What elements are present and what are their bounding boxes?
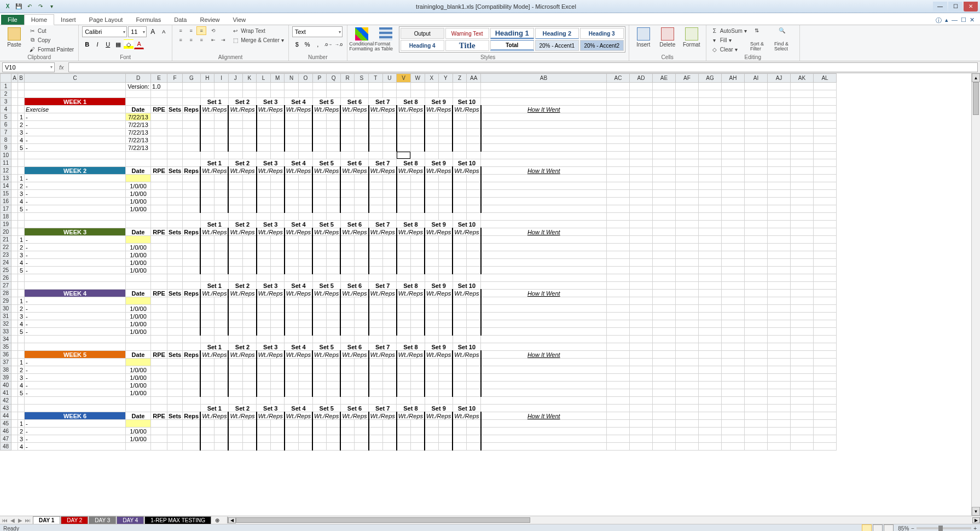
align-top-button[interactable]: ≡ xyxy=(176,26,185,35)
currency-button[interactable]: $ xyxy=(292,39,302,49)
dec-indent-button[interactable]: ⇤ xyxy=(208,36,218,44)
tab-insert[interactable]: Insert xyxy=(54,15,83,25)
style-total[interactable]: Total xyxy=(490,40,534,51)
percent-button[interactable]: % xyxy=(303,39,312,49)
help-icon[interactable]: ⓘ xyxy=(936,16,942,25)
italic-button[interactable]: I xyxy=(92,39,102,49)
style-warning[interactable]: Warning Text xyxy=(445,28,489,39)
undo-icon[interactable]: ↶ xyxy=(25,2,34,11)
number-format-combo[interactable]: Text xyxy=(292,26,343,37)
fill-button[interactable]: ▾Fill ▾ xyxy=(710,36,748,44)
style-accent2[interactable]: 20% - Accent2 xyxy=(580,40,624,51)
insert-icon xyxy=(637,27,650,41)
sort-filter-button[interactable]: ⇅Sort & Filter xyxy=(750,26,772,51)
merge-center-button[interactable]: ⬚Merge & Center ▾ xyxy=(230,36,285,44)
fill-color-button[interactable]: ◇ xyxy=(124,39,134,49)
format-as-table-button[interactable]: Format as Table xyxy=(375,26,397,51)
font-size-combo[interactable]: 11 xyxy=(128,26,147,37)
font-name-combo[interactable]: Calibri xyxy=(82,26,127,37)
align-left-button[interactable]: ≡ xyxy=(176,36,185,44)
brush-icon: 🖌 xyxy=(28,45,36,53)
inc-indent-button[interactable]: ⇥ xyxy=(218,36,228,44)
number-label: Number xyxy=(292,54,344,61)
ribbon-min-icon[interactable]: ▴ xyxy=(945,16,948,25)
formula-bar: V10 fx xyxy=(0,61,980,73)
cell-styles-gallery[interactable]: Output Warning Text Heading 1 Heading 2 … xyxy=(399,26,625,53)
style-heading4[interactable]: Heading 4 xyxy=(401,40,444,51)
tab-home[interactable]: Home xyxy=(24,14,54,25)
cells-label: Cells xyxy=(633,54,703,61)
format-painter-button[interactable]: 🖌Format Painter xyxy=(27,45,75,54)
tab-pagelayout[interactable]: Page Layout xyxy=(83,15,130,25)
align-middle-button[interactable]: ≡ xyxy=(186,26,196,35)
clear-button[interactable]: ◇Clear ▾ xyxy=(710,45,748,54)
group-styles: Conditional Formatting Format as Table O… xyxy=(347,25,629,61)
style-accent1[interactable]: 20% - Accent1 xyxy=(535,40,579,51)
alignment-label: Alignment xyxy=(176,54,285,61)
group-editing: ΣAutoSum ▾ ▾Fill ▾ ◇Clear ▾ ⇅Sort & Filt… xyxy=(706,25,800,61)
underline-button[interactable]: U xyxy=(103,39,113,49)
align-center-button[interactable]: ≡ xyxy=(186,36,196,44)
close-button[interactable]: ✕ xyxy=(964,2,978,11)
formula-input[interactable] xyxy=(68,62,978,72)
tab-file[interactable]: File xyxy=(1,15,24,25)
paste-button[interactable]: Paste xyxy=(3,26,25,48)
align-bottom-button[interactable]: ≡ xyxy=(196,26,206,35)
bold-button[interactable]: B xyxy=(82,39,92,49)
inc-decimal-button[interactable]: .0→ xyxy=(323,39,333,49)
styles-label: Styles xyxy=(351,54,625,61)
name-box[interactable]: V10 xyxy=(2,62,55,72)
doc-max-icon[interactable]: ☐ xyxy=(961,16,966,25)
font-color-button[interactable]: A xyxy=(134,39,144,49)
style-heading3[interactable]: Heading 3 xyxy=(580,28,624,39)
editing-label: Editing xyxy=(710,54,796,61)
maximize-button[interactable]: ☐ xyxy=(948,2,962,11)
find-select-button[interactable]: 🔍Find & Select xyxy=(774,26,796,51)
ribbon: Paste ✂Cut ⧉Copy 🖌Format Painter Clipboa… xyxy=(0,25,980,61)
doc-min-icon[interactable]: — xyxy=(952,16,958,25)
window-title: traininglog_blank1.xls [Compatibility Mo… xyxy=(59,3,933,10)
delete-cells-button[interactable]: Delete xyxy=(657,26,679,48)
grow-font-button[interactable]: A xyxy=(148,27,158,37)
wrap-text-button[interactable]: ↩Wrap Text xyxy=(230,26,285,35)
orientation-button[interactable]: ⟲ xyxy=(208,26,218,35)
tab-view[interactable]: View xyxy=(227,15,253,25)
tab-formulas[interactable]: Formulas xyxy=(129,15,167,25)
fx-icon[interactable]: fx xyxy=(57,64,66,71)
style-output[interactable]: Output xyxy=(401,28,444,39)
delete-icon xyxy=(661,27,674,41)
font-label: Font xyxy=(82,54,169,61)
dec-decimal-button[interactable]: →.0 xyxy=(334,39,344,49)
tab-review[interactable]: Review xyxy=(193,15,226,25)
style-heading2[interactable]: Heading 2 xyxy=(535,28,579,39)
window-controls: — ☐ ✕ xyxy=(933,2,980,11)
redo-icon[interactable]: ↷ xyxy=(36,2,45,11)
conditional-formatting-button[interactable]: Conditional Formatting xyxy=(351,26,373,51)
ribbon-tabs: File Home Insert Page Layout Formulas Da… xyxy=(0,13,980,25)
tab-data[interactable]: Data xyxy=(167,15,193,25)
style-heading1[interactable]: Heading 1 xyxy=(490,28,534,39)
copy-button[interactable]: ⧉Copy xyxy=(27,36,75,44)
binoculars-icon: 🔍 xyxy=(779,27,792,41)
doc-close-icon[interactable]: ✕ xyxy=(970,16,975,25)
align-right-button[interactable]: ≡ xyxy=(196,36,206,44)
fill-icon: ▾ xyxy=(711,36,718,44)
merge-icon: ⬚ xyxy=(231,36,239,44)
format-cells-button[interactable]: Format xyxy=(681,26,703,48)
save-icon[interactable]: 💾 xyxy=(14,2,23,11)
group-number: Text $ % , .0→ →.0 Number xyxy=(289,25,347,61)
shrink-font-button[interactable]: A xyxy=(159,27,169,37)
eraser-icon: ◇ xyxy=(711,45,718,53)
autosum-button[interactable]: ΣAutoSum ▾ xyxy=(710,26,748,35)
cut-button[interactable]: ✂Cut xyxy=(27,26,75,35)
insert-cells-button[interactable]: Insert xyxy=(633,26,654,48)
qat-more-icon[interactable]: ▾ xyxy=(47,2,56,11)
group-alignment: ≡ ≡ ≡ ≡ ≡ ≡ ⟲ ⇤ ⇥ ↩Wrap Text ⬚Mer xyxy=(172,25,289,61)
style-title[interactable]: Title xyxy=(445,40,489,51)
border-button[interactable]: ▦ xyxy=(113,39,123,49)
minimize-button[interactable]: — xyxy=(933,2,947,11)
comma-button[interactable]: , xyxy=(313,39,323,49)
titlebar: X 💾 ↶ ↷ ▾ traininglog_blank1.xls [Compat… xyxy=(0,0,980,13)
scissors-icon: ✂ xyxy=(28,27,36,34)
sort-icon: ⇅ xyxy=(755,27,768,41)
